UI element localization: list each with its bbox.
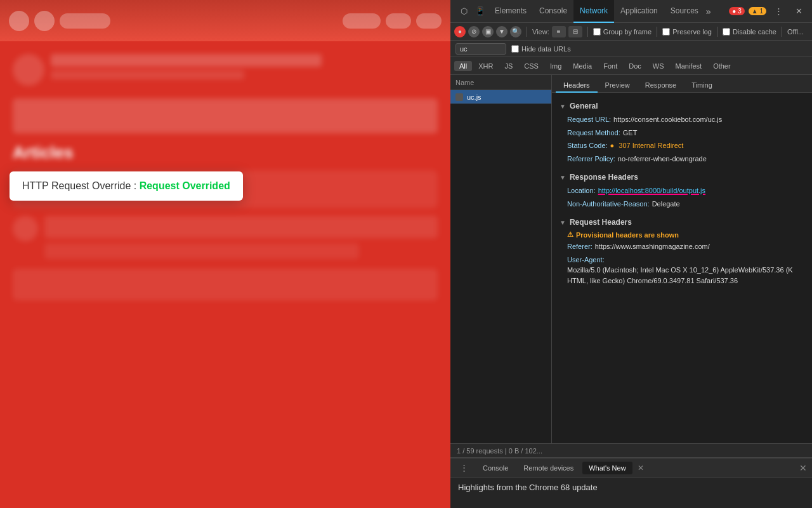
request-method-row: Request Method: GET [552,126,812,140]
drawer-close-button[interactable]: ✕ [799,463,807,473]
tab-console[interactable]: Console [533,0,573,23]
status-code-value: ● 307 Internal Redirect [610,140,684,151]
error-badge: ● 3 [729,7,744,15]
general-arrow-icon: ▼ [560,103,566,110]
view-list-icon[interactable]: ≡ [552,26,566,37]
group-by-frame-checkbox[interactable]: Group by frame [593,28,652,36]
general-label: General [570,102,598,110]
filter-tab-xhr[interactable]: XHR [473,61,498,71]
filter-tab-all[interactable]: All [454,61,472,71]
response-headers-section: ▼ Response Headers Location: http://loca… [552,168,812,213]
disable-cache-input[interactable] [723,28,730,36]
tooltip-text: HTTP Request Override : [22,180,140,191]
referrer-policy-value: no-referrer-when-downgrade [618,154,707,164]
screenshot-button[interactable]: ▣ [482,26,494,37]
non-authoritative-row: Non-Authoritative-Reason: Delegate [552,197,812,211]
devtools-tabbar: ⬡ 📱 Elements Console Network Application… [450,0,812,23]
drawer-tab-whats-new[interactable]: What's New [582,462,632,474]
drawer-tab-remote-devices[interactable]: Remote devices [517,462,580,474]
http-override-tooltip: HTTP Request Override : Request Override… [10,171,243,201]
status-text: 307 Internal Redirect [619,142,683,149]
status-dot: ● [610,142,615,149]
headers-pane: Headers Preview Response Timing ▼ Genera… [552,75,812,443]
general-section-title[interactable]: ▼ General [552,99,812,113]
headers-panel: ▼ General Request URL: https://consent.c… [552,93,812,443]
network-status-bar: 1 / 59 requests | 0 B / 102... [450,443,812,457]
responsive-icon[interactable]: 📱 [473,4,488,19]
filter-tab-font[interactable]: Font [598,61,622,71]
inspect-icon[interactable]: ⬡ [456,4,471,19]
close-devtools-icon[interactable]: ✕ [791,4,806,19]
tab-sources[interactable]: Sources [664,0,705,23]
drawer-tab-console[interactable]: Console [476,462,514,474]
sub-tabs: Headers Preview Response Timing [552,75,812,93]
subtab-timing[interactable]: Timing [684,79,720,93]
status-bar-text: 1 / 59 requests | 0 B / 102... [457,447,542,455]
filter-tab-doc[interactable]: Doc [624,61,646,71]
subtab-response[interactable]: Response [638,79,684,93]
bottom-drawer: ⋮ Console Remote devices What's New ✕ ✕ … [450,457,812,508]
search-button[interactable]: 🔍 [510,26,521,37]
request-name: uc.js [467,93,546,101]
more-options-icon[interactable]: ⋮ [771,4,786,19]
non-authoritative-value: Delegate [652,199,680,210]
drawer-menu-icon[interactable]: ⋮ [456,460,471,476]
whats-new-close-icon[interactable]: ✕ [635,464,646,472]
user-agent-row: User-Agent: Mozilla/5.0 (Macintosh; Inte… [552,253,812,288]
request-headers-title[interactable]: ▼ Request Headers [552,215,812,229]
request-headers-section: ▼ Request Headers ⚠ Provisional headers … [552,213,812,290]
response-arrow-icon: ▼ [560,174,566,181]
filter-tab-css[interactable]: CSS [519,61,544,71]
background-website: Articles [0,0,450,508]
referer-value: https://www.smashingmagazine.com/ [595,241,710,252]
drawer-tabs: ⋮ Console Remote devices What's New ✕ ✕ [450,458,812,478]
non-authoritative-key: Non-Authoritative-Reason: [567,199,650,210]
location-url: http://localhost:8000/build/output.js [598,187,705,194]
clear-button[interactable]: ⊘ [468,26,480,37]
record-button[interactable]: ● [454,26,466,37]
subtab-headers[interactable]: Headers [556,79,598,93]
filter-tab-manifest[interactable]: Manifest [671,61,707,71]
request-url-key: Request URL: [567,114,611,125]
request-row[interactable]: uc.js [450,90,551,104]
tab-network[interactable]: Network [573,0,614,23]
tab-elements[interactable]: Elements [488,0,533,23]
filter-tab-media[interactable]: Media [568,61,597,71]
response-headers-title[interactable]: ▼ Response Headers [552,170,812,184]
request-headers-label: Request Headers [570,218,632,227]
warning-badge: ▲ 1 [749,7,766,15]
group-by-frame-input[interactable] [593,28,601,36]
drawer-content: Highlights from the Chrome 68 update [450,478,812,497]
filter-tab-ws[interactable]: WS [648,61,669,71]
preserve-log-input[interactable] [662,28,670,36]
filter-button[interactable]: ▼ [496,26,508,37]
request-method-value: GET [623,128,638,138]
tooltip-highlight: Request Overrided [140,180,230,191]
request-method-key: Request Method: [567,128,620,138]
referrer-policy-key: Referrer Policy: [567,154,615,164]
filter-tab-img[interactable]: Img [545,61,566,71]
request-headers-arrow-icon: ▼ [560,219,566,226]
status-code-key: Status Code: [567,140,608,151]
user-agent-key: User-Agent: [567,255,605,265]
warning-icon: ⚠ [567,231,573,239]
view-compact-icon[interactable]: ⊟ [568,26,582,37]
request-url-row: Request URL: https://consent.cookiebot.c… [552,113,812,126]
provisional-warning-text: Provisional headers are shown [576,231,679,239]
filter-tab-other[interactable]: Other [708,61,736,71]
tab-application[interactable]: Application [614,0,664,23]
hide-data-urls-input[interactable] [511,45,519,53]
user-agent-value: Mozilla/5.0 (Macintosh; Intel Mac OS X 1… [567,265,797,286]
request-list-pane: Name uc.js [450,75,552,443]
response-headers-label: Response Headers [570,173,638,182]
filter-input[interactable] [455,43,506,55]
general-section: ▼ General Request URL: https://consent.c… [552,97,812,168]
disable-cache-checkbox[interactable]: Disable cache [723,28,776,36]
filter-tab-js[interactable]: JS [499,61,518,71]
preserve-log-checkbox[interactable]: Preserve log [662,28,712,36]
provisional-warning-row: ⚠ Provisional headers are shown [552,229,812,240]
request-list-header: Name [450,75,551,90]
hide-data-urls-checkbox[interactable]: Hide data URLs [511,45,571,53]
subtab-preview[interactable]: Preview [598,79,638,93]
more-tabs-icon[interactable]: » [706,6,711,17]
